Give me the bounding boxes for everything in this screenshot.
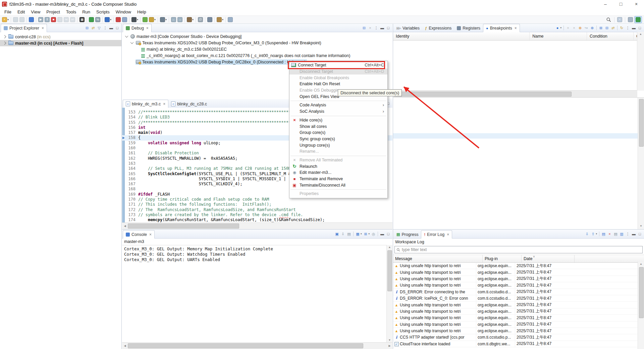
log-row[interactable]: ▲Using unsafe http transport to retriorg… (393, 263, 644, 269)
expand-all-icon[interactable]: ⊞ (598, 26, 604, 30)
skip-all-breakpoints-dropdown-icon[interactable]: ▾ (560, 27, 561, 29)
remote-system-icon[interactable] (29, 17, 34, 22)
suspend-icon[interactable]: ‖ (45, 17, 50, 22)
menu-edit[interactable]: Edit (14, 9, 28, 14)
trace-flag-icon[interactable] (122, 17, 127, 22)
menu-item-sync-group-core-s[interactable]: Sync group core(s) (289, 136, 387, 142)
link-with-editor-icon[interactable]: ⇄ (90, 26, 96, 30)
display-selected-console-icon[interactable]: ▦ (355, 232, 361, 236)
menu-item-soc-analysis[interactable]: SoC Analysis› (289, 108, 387, 115)
minimize-icon[interactable]: ▬ (631, 232, 637, 236)
scroll-thumb[interactable] (387, 250, 392, 291)
tree-row[interactable]: control-c28 (in ccs) (0, 34, 121, 40)
menu-item-terminate-and-remove[interactable]: ■Terminate and Remove (289, 176, 387, 182)
collapse-all-icon[interactable]: ⊟ (361, 26, 367, 30)
tree-row[interactable]: _c_int00_noargs() at boot_cortex_m.c:121… (122, 52, 392, 59)
memory-browser-icon[interactable]: ▦ (79, 17, 85, 22)
scroll-lock-icon[interactable]: ⇩ (340, 232, 346, 236)
scroll-left-icon[interactable]: ◀ (122, 344, 128, 347)
view-menu-icon[interactable]: ⋮ (102, 26, 108, 30)
chevron-right-icon[interactable] (3, 35, 6, 39)
no-op-icon[interactable]: ∅ (198, 17, 203, 22)
scroll-down-icon[interactable]: ▼ (387, 338, 392, 343)
clear-log-icon[interactable]: ▤ (601, 232, 606, 236)
tab-progress[interactable]: ▤Progress (394, 231, 421, 238)
scroll-right-icon[interactable]: ▶ (387, 344, 392, 347)
column-identity[interactable]: Identity (393, 32, 530, 40)
open-console-dropdown-icon[interactable]: ▾ (368, 233, 370, 235)
flash-icon[interactable] (89, 17, 94, 22)
view-menu-icon[interactable]: ⋮ (625, 232, 631, 236)
menu-file[interactable]: File (1, 9, 14, 14)
menu-item-enable-global-breakpoints[interactable]: Enable Global Breakpoints (289, 74, 387, 81)
scroll-thumb[interactable] (128, 223, 239, 229)
view-menu-icon[interactable]: ⋮ (625, 26, 631, 30)
clear-console-icon[interactable]: ▣ (334, 232, 340, 236)
minimize-icon[interactable]: ▬ (108, 26, 114, 30)
tree-row[interactable]: main() at blinky_dc_m3.c:158 0x002021EC (122, 46, 392, 52)
scroll-left-icon[interactable]: ◀ (122, 225, 128, 228)
menu-item-enable-halt-on-reset[interactable]: Enable Halt On Reset (289, 81, 387, 87)
menu-item-group-core-s[interactable]: Group core(s) (289, 130, 387, 136)
error-log-vscrollbar[interactable]: ▲ (638, 262, 644, 349)
tab-variables[interactable]: (x)=Variables (394, 24, 422, 32)
skip-all-breakpoints-icon[interactable]: ● (554, 26, 560, 30)
breakpoints-hscrollbar[interactable] (393, 90, 637, 97)
restore-log-icon[interactable]: ▥ (619, 232, 625, 236)
tab-breakpoints[interactable]: ●Breakpoints× (483, 24, 520, 32)
menu-help[interactable]: Help (134, 9, 149, 14)
tab-debug[interactable]: Debug× (123, 24, 152, 32)
minimize-icon[interactable]: ▬ (379, 26, 385, 30)
minimize-window-icon[interactable]: – (598, 0, 613, 8)
go-to-file-icon[interactable]: ↪ (583, 26, 589, 30)
code-line[interactable]: 171// This includes the following functi… (122, 202, 392, 207)
tree-row[interactable]: Texas Instruments XDS100v2 USB Debug Pro… (122, 40, 392, 46)
code-line[interactable]: 173// symbols are created by the linker.… (122, 212, 392, 217)
maximize-icon[interactable]: □ (385, 232, 391, 236)
maximize-icon[interactable]: □ (385, 26, 391, 30)
remove-selected-icon[interactable]: × (565, 26, 571, 30)
log-row[interactable]: ▲Using unsafe http transport to retriorg… (393, 321, 644, 328)
console-vscrollbar[interactable]: ▲ ▼ (386, 245, 392, 343)
step-over-icon[interactable]: ↪ (64, 17, 69, 22)
minimize-icon[interactable]: ▬ (631, 26, 637, 30)
menu-item-code-analysis[interactable]: Code Analysis› (289, 102, 387, 108)
probe-point-icon[interactable]: ▾ (149, 17, 156, 22)
link-with-debug-icon[interactable]: ⇄ (610, 26, 616, 30)
menu-item-disconnect-target[interactable]: Disconnect TargetCtrl+Alt+D (289, 68, 387, 75)
log-row[interactable]: ▲Using unsafe http transport to retriorg… (393, 308, 644, 315)
maximize-icon[interactable]: □ (637, 26, 643, 30)
refresh-icon[interactable]: ↻ (619, 26, 625, 30)
close-tab-icon[interactable]: × (149, 232, 152, 237)
open-console-icon[interactable]: ⊞ (363, 232, 368, 236)
menu-item-rename[interactable]: Rename... (289, 148, 387, 155)
column-plugin[interactable]: Plug-in (483, 255, 522, 262)
filter-icon[interactable]: ▽ (96, 26, 102, 30)
menu-item-edit-master-m3[interactable]: ◉Edit master-m3... (289, 169, 387, 176)
tree-row[interactable]: master-m3 (in ccs) [Active - Flash] (0, 40, 121, 46)
scroll-up-icon[interactable]: ▲ (387, 245, 392, 250)
pin-tool-icon[interactable]: ▾ (131, 17, 138, 22)
menu-item-hide-core-s[interactable]: ×Hide core(s) (289, 117, 387, 123)
remove-all-terminated-icon[interactable]: × (367, 26, 373, 30)
show-breakpoints-for-icon[interactable]: ⊕ (577, 26, 583, 30)
profile-icon[interactable]: % (95, 17, 100, 22)
log-row[interactable]: ▲Using unsafe http transport to retriorg… (393, 302, 644, 308)
code-line[interactable]: 172// The RamfuncsLoadStart, RamfuncsLoa… (122, 207, 392, 212)
new-icon[interactable]: +▾ (2, 17, 9, 22)
import-log-dropdown-icon[interactable]: ▾ (596, 233, 597, 235)
collapse-all-icon[interactable]: ⊟ (84, 26, 90, 30)
back-icon[interactable]: ← (171, 17, 176, 22)
open-log-icon[interactable]: ▤ (613, 232, 619, 236)
forward-icon[interactable]: → (177, 17, 182, 22)
ccs-debug-perspective-active[interactable] (634, 16, 642, 23)
detail-vscrollbar[interactable]: ▼ (638, 98, 644, 229)
scroll-up-icon[interactable]: ▲ (638, 262, 644, 266)
open-perspective-icon[interactable]: + (617, 17, 622, 22)
maximize-icon[interactable]: □ (637, 232, 643, 236)
chevron-down-icon[interactable] (125, 34, 128, 38)
log-row[interactable]: ▲Using unsafe http transport to retriorg… (393, 276, 644, 282)
pin-console-icon[interactable]: ◎ (371, 232, 376, 236)
remove-all-icon[interactable]: × (571, 26, 577, 30)
save-all-icon[interactable] (19, 17, 24, 22)
